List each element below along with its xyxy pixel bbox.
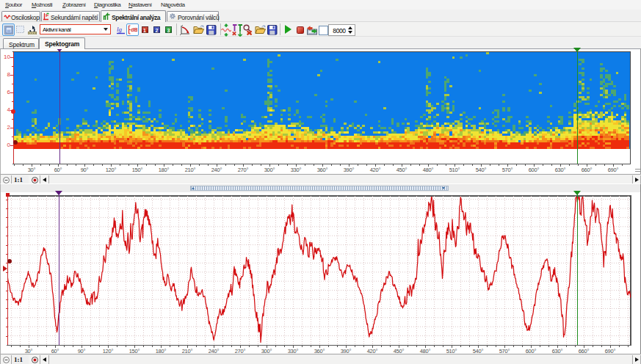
svg-text:dB: dB: [131, 26, 137, 33]
svg-text:lg: lg: [117, 26, 123, 33]
